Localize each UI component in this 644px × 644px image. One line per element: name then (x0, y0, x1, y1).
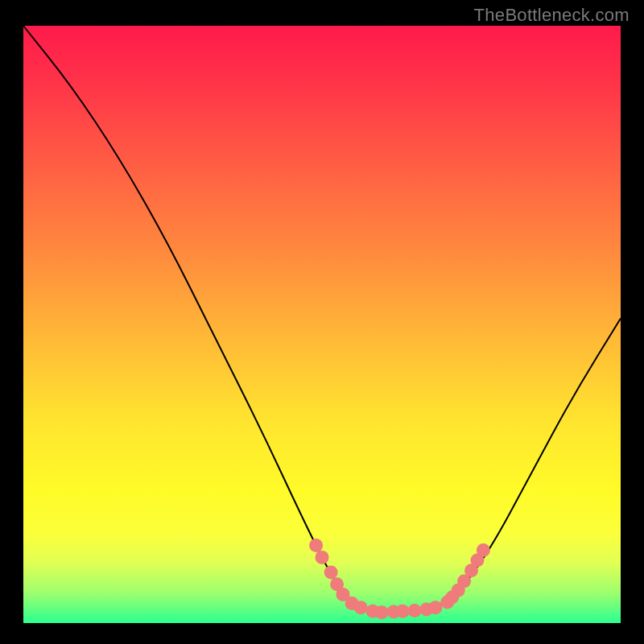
highlight-dot (408, 604, 422, 617)
highlight-dot (324, 565, 338, 579)
highlight-dot (309, 539, 323, 552)
highlight-dot (316, 551, 329, 564)
highlight-dot (477, 543, 490, 557)
highlight-dot (396, 605, 410, 618)
highlight-dots (309, 539, 490, 619)
bottleneck-curve (23, 26, 621, 612)
chart-overlay (23, 26, 621, 623)
chart-frame: TheBottleneck.com (0, 0, 644, 644)
highlight-dot (375, 605, 389, 619)
watermark-text: TheBottleneck.com (474, 5, 630, 26)
highlight-dot (354, 601, 368, 614)
highlight-dot (428, 601, 442, 614)
